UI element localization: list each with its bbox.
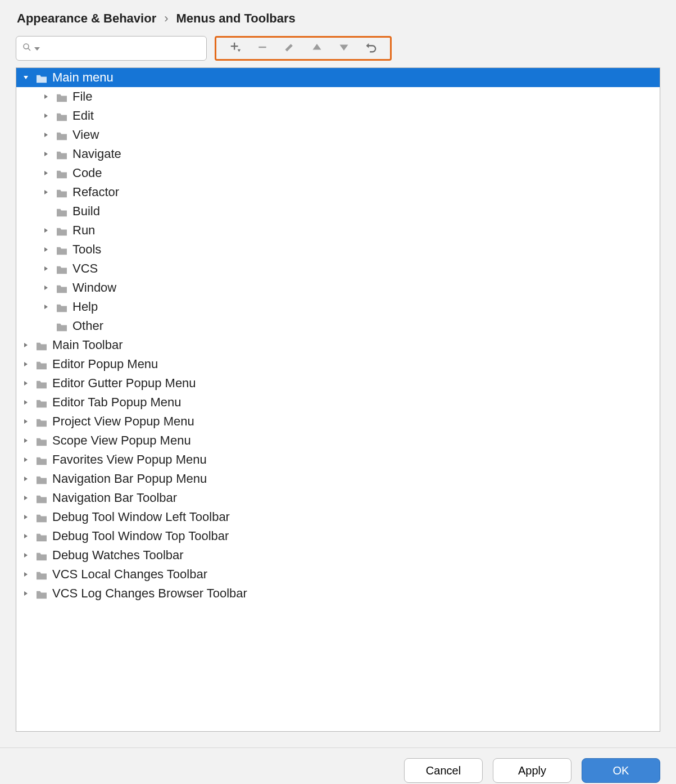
chevron-right-icon[interactable] [41, 283, 51, 293]
chevron-right-icon[interactable] [21, 340, 31, 350]
svg-marker-14 [44, 171, 48, 175]
folder-icon [35, 512, 48, 522]
chevron-right-icon[interactable] [41, 244, 51, 255]
tree-item-label: Navigation Bar Toolbar [52, 491, 177, 505]
folder-icon [56, 111, 68, 121]
chevron-right-icon[interactable] [41, 168, 51, 178]
tree-row[interactable]: Navigation Bar Popup Menu [16, 469, 660, 488]
chevron-down-icon[interactable] [34, 43, 40, 55]
folder-icon [56, 149, 68, 159]
tree-row[interactable]: VCS Local Changes Toolbar [16, 565, 660, 584]
svg-marker-20 [44, 285, 48, 290]
chevron-right-icon[interactable] [41, 225, 51, 235]
tree-row[interactable]: Code [16, 164, 660, 183]
tree-row[interactable]: Debug Watches Toolbar [16, 546, 660, 565]
chevron-right-icon[interactable] [21, 512, 31, 522]
tree-row[interactable]: Navigate [16, 144, 660, 164]
svg-marker-24 [24, 362, 28, 366]
menu-tree[interactable]: Main menuFileEditViewNavigateCodeRefacto… [16, 67, 660, 732]
folder-icon [56, 130, 68, 140]
chevron-right-icon[interactable] [21, 378, 31, 388]
chevron-right-icon[interactable] [21, 474, 31, 484]
chevron-right-icon[interactable] [21, 397, 31, 407]
chevron-right-icon[interactable] [41, 187, 51, 197]
move-up-button[interactable] [306, 38, 328, 59]
chevron-right-icon[interactable] [21, 531, 31, 541]
tree-item-label: Build [72, 204, 100, 219]
chevron-right-icon[interactable] [41, 302, 51, 312]
chevron-right-icon[interactable] [21, 569, 31, 579]
chevron-right-icon[interactable] [41, 130, 51, 140]
svg-line-1 [28, 48, 30, 51]
tree-row[interactable]: Editor Tab Popup Menu [16, 393, 660, 412]
tree-row[interactable]: Tools [16, 240, 660, 259]
chevron-right-icon[interactable] [21, 493, 31, 503]
tree-row[interactable]: Favorites View Popup Menu [16, 450, 660, 469]
tree-row[interactable]: Window [16, 278, 660, 297]
chevron-right-icon[interactable] [21, 436, 31, 446]
tree-item-label: Favorites View Popup Menu [52, 452, 207, 467]
add-icon [229, 41, 242, 56]
svg-marker-15 [44, 190, 48, 194]
chevron-right-icon[interactable] [21, 416, 31, 427]
tree-row[interactable]: Edit [16, 106, 660, 125]
tree-item-label: Editor Tab Popup Menu [52, 395, 182, 410]
search-input[interactable] [42, 42, 201, 55]
tree-row[interactable]: VCS Log Changes Browser Toolbar [16, 584, 660, 603]
chevron-right-icon[interactable] [21, 588, 31, 599]
add-button[interactable] [224, 38, 247, 59]
search-icon [22, 42, 32, 55]
folder-icon [56, 92, 68, 102]
tree-row[interactable]: View [16, 125, 660, 144]
chevron-right-icon[interactable] [41, 111, 51, 121]
chevron-right-icon[interactable] [41, 149, 51, 159]
cancel-button[interactable]: Cancel [404, 758, 483, 783]
tree-row[interactable]: Debug Tool Window Left Toolbar [16, 507, 660, 527]
svg-marker-17 [44, 228, 48, 233]
ok-button[interactable]: OK [582, 758, 660, 783]
folder-icon [35, 588, 48, 599]
tree-row[interactable]: VCS [16, 259, 660, 278]
revert-button[interactable] [360, 38, 382, 59]
chevron-right-icon[interactable] [21, 455, 31, 465]
chevron-right-icon[interactable] [41, 264, 51, 274]
svg-marker-12 [44, 133, 48, 137]
tree-item-label: Scope View Popup Menu [52, 433, 191, 448]
chevron-right-icon[interactable] [21, 359, 31, 369]
breadcrumb-parent[interactable]: Appearance & Behavior [17, 11, 156, 26]
tree-row[interactable]: Build [16, 202, 660, 221]
tree-row[interactable]: Run [16, 221, 660, 240]
svg-marker-26 [24, 400, 28, 405]
tree-row[interactable]: Editor Gutter Popup Menu [16, 374, 660, 393]
chevron-right-icon: › [164, 11, 168, 26]
tree-item-label: Debug Tool Window Left Toolbar [52, 510, 230, 524]
apply-button[interactable]: Apply [493, 758, 571, 783]
folder-icon [35, 493, 48, 503]
tree-row[interactable]: Main menu [16, 68, 660, 87]
chevron-right-icon[interactable] [41, 92, 51, 102]
edit-button[interactable] [278, 38, 301, 59]
folder-icon [35, 550, 48, 560]
tree-row[interactable]: Editor Popup Menu [16, 355, 660, 374]
tree-row[interactable]: Scope View Popup Menu [16, 431, 660, 450]
tree-row[interactable]: Project View Popup Menu [16, 412, 660, 431]
folder-icon [35, 340, 48, 350]
chevron-down-icon[interactable] [21, 72, 31, 83]
search-box[interactable] [16, 36, 207, 61]
remove-button[interactable] [251, 38, 274, 59]
tree-row[interactable]: Navigation Bar Toolbar [16, 488, 660, 507]
folder-icon [35, 531, 48, 541]
tree-item-label: Code [72, 166, 102, 180]
tree-row[interactable]: Help [16, 297, 660, 316]
move-down-button[interactable] [333, 38, 355, 59]
tree-row[interactable]: Other [16, 316, 660, 336]
chevron-right-icon[interactable] [21, 550, 31, 560]
tree-row[interactable]: Debug Tool Window Top Toolbar [16, 527, 660, 546]
action-toolbar [215, 36, 392, 61]
tree-row[interactable]: Refactor [16, 183, 660, 202]
folder-icon [56, 244, 68, 255]
folder-icon [56, 206, 68, 216]
tree-row[interactable]: Main Toolbar [16, 336, 660, 355]
folder-icon [35, 569, 48, 579]
tree-row[interactable]: File [16, 87, 660, 106]
